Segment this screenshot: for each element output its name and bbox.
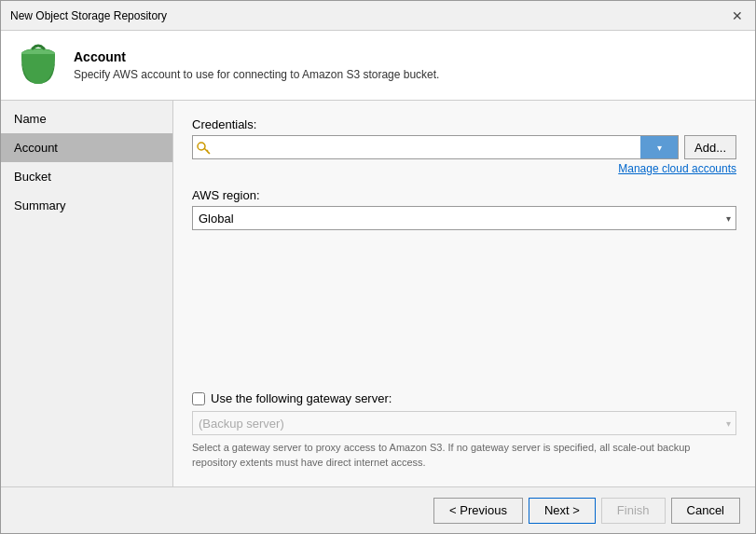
close-button[interactable]: ✕ (729, 7, 746, 24)
header-title: Account (74, 49, 439, 64)
key-icon (193, 137, 213, 157)
main-content: Credentials: ▾ (173, 101, 755, 486)
sidebar-item-summary[interactable]: Summary (1, 191, 172, 220)
header-text: Account Specify AWS account to use for c… (74, 49, 439, 81)
credentials-label: Credentials: (192, 117, 736, 131)
dialog-footer: < Previous Next > Finish Cancel (1, 486, 755, 533)
svg-line-6 (208, 152, 209, 153)
dialog-title: New Object Storage Repository (10, 9, 167, 22)
aws-region-select-wrapper: Global ▾ (192, 206, 736, 230)
gateway-checkbox-text: Use the following gateway server: (211, 391, 392, 405)
gateway-hint: Select a gateway server to proxy access … (192, 441, 736, 470)
manage-cloud-accounts-link[interactable]: Manage cloud accounts (192, 162, 736, 175)
dialog-body: Name Account Bucket Summary Credentials: (1, 101, 755, 486)
sidebar-item-name[interactable]: Name (1, 104, 172, 133)
credentials-row: ▾ Add... (192, 135, 736, 159)
sidebar-item-account[interactable]: Account (1, 133, 172, 162)
gateway-select: (Backup server) (192, 411, 736, 435)
credentials-group: Credentials: ▾ (192, 117, 736, 175)
previous-button[interactable]: < Previous (433, 498, 523, 524)
sidebar-item-bucket[interactable]: Bucket (1, 162, 172, 191)
aws-region-label: AWS region: (192, 188, 736, 202)
credentials-input-wrapper: ▾ (192, 135, 679, 159)
aws-region-group: AWS region: Global ▾ (192, 188, 736, 230)
credentials-dropdown-button[interactable]: ▾ (640, 136, 678, 158)
gateway-checkbox-label[interactable]: Use the following gateway server: (192, 391, 736, 405)
gateway-section: Use the following gateway server: (Backu… (192, 391, 736, 470)
gateway-checkbox[interactable] (192, 392, 205, 405)
sidebar: Name Account Bucket Summary (1, 101, 173, 486)
header-subtitle: Specify AWS account to use for connectin… (74, 68, 439, 81)
finish-button[interactable]: Finish (601, 498, 666, 524)
header-icon (16, 43, 61, 88)
title-bar: New Object Storage Repository ✕ (1, 1, 755, 31)
add-button[interactable]: Add... (684, 135, 736, 159)
spacer (192, 243, 736, 391)
next-button[interactable]: Next > (529, 498, 596, 524)
dialog-header: Account Specify AWS account to use for c… (1, 31, 755, 101)
cancel-button[interactable]: Cancel (671, 498, 740, 524)
aws-region-select[interactable]: Global (192, 206, 736, 230)
dialog-window: New Object Storage Repository ✕ Account … (0, 0, 756, 534)
svg-line-5 (207, 150, 208, 151)
gateway-select-wrapper: (Backup server) ▾ (192, 411, 736, 435)
credentials-input[interactable] (213, 136, 640, 158)
